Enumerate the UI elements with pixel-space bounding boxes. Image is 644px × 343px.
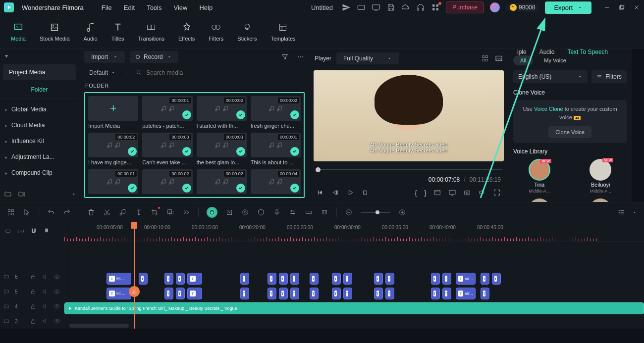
text-clip[interactable]: T <box>310 273 319 285</box>
text-clip[interactable]: T <box>279 288 288 299</box>
tts-tab[interactable]: iple <box>517 49 527 55</box>
language-dropdown[interactable]: English (US) <box>513 70 588 83</box>
fullscreen-icon[interactable] <box>493 189 501 196</box>
mark-in-icon[interactable]: { <box>415 189 417 197</box>
tab-audio[interactable]: Audio <box>84 22 98 42</box>
voice-item[interactable]: AmandaYoung En... <box>575 198 627 202</box>
list-view-icon[interactable] <box>617 208 625 216</box>
text-clip[interactable]: T <box>176 273 185 285</box>
filter-icon[interactable] <box>281 53 289 61</box>
chain-icon[interactable] <box>17 227 25 235</box>
record-dropdown[interactable]: Record <box>130 51 178 63</box>
text-clip[interactable]: T <box>385 273 394 285</box>
close-icon[interactable] <box>633 4 640 11</box>
track-row[interactable]: THi ...TTTTTTTTTTTTTTTTvir...TT <box>64 271 644 286</box>
tts-tab[interactable]: Text To Speech <box>567 49 608 55</box>
maximize-icon[interactable] <box>618 4 625 11</box>
tts-subtab[interactable]: My Voice <box>537 55 573 65</box>
menu-tools[interactable]: Tools <box>147 4 161 11</box>
zoom-in-icon[interactable] <box>398 208 406 216</box>
menu-file[interactable]: File <box>102 4 112 11</box>
project-media-item[interactable]: Project Media <box>3 64 76 80</box>
chevron-down-icon[interactable]: ▾ <box>5 52 8 59</box>
text-clip[interactable]: T <box>187 288 202 299</box>
text-clip[interactable]: T <box>332 288 341 299</box>
text-clip[interactable]: THi ... <box>107 273 131 285</box>
text-clip[interactable]: T <box>343 288 352 299</box>
marker-icon[interactable] <box>43 227 51 235</box>
link-icon[interactable] <box>4 227 12 235</box>
stop-icon[interactable] <box>361 189 369 196</box>
text-clip[interactable]: T <box>268 273 276 285</box>
text-clip[interactable]: T <box>240 273 249 285</box>
collapse-sidebar-icon[interactable]: ‹ <box>73 191 75 197</box>
text-clip[interactable]: T <box>492 273 501 285</box>
target-icon[interactable] <box>241 208 249 216</box>
text-clip[interactable]: T <box>442 288 451 299</box>
quality-dropdown[interactable]: Full Quality <box>336 52 399 64</box>
text-clip[interactable]: T <box>290 288 299 299</box>
playhead[interactable] <box>134 222 135 329</box>
media-tile[interactable]: 00:00:01 <box>88 169 138 194</box>
seek-bar[interactable] <box>316 165 502 174</box>
image-icon[interactable] <box>495 54 503 62</box>
menu-edit[interactable]: Edit <box>124 4 135 11</box>
undo-icon[interactable] <box>47 208 55 216</box>
text-clip[interactable]: T <box>310 288 319 299</box>
send-icon[interactable] <box>342 3 351 12</box>
magnet-icon[interactable] <box>30 227 38 235</box>
track-header[interactable]: 3 <box>0 314 64 329</box>
more-icon[interactable] <box>297 53 305 61</box>
aspect-icon[interactable] <box>321 208 328 216</box>
save-icon[interactable] <box>386 3 395 12</box>
tab-media[interactable]: Media <box>11 22 26 42</box>
play-icon[interactable] <box>346 189 354 196</box>
tab-titles[interactable]: Titles <box>111 22 124 42</box>
text-clip[interactable]: T <box>176 288 185 299</box>
track-header[interactable]: 5 <box>0 284 64 299</box>
text-clip[interactable]: T <box>139 273 148 285</box>
media-tile[interactable]: 00:00:02 <box>142 169 192 194</box>
text-clip[interactable]: T <box>164 273 173 285</box>
import-dropdown[interactable]: Import <box>84 51 125 63</box>
tab-transitions[interactable]: Transitions <box>138 22 164 42</box>
search-input[interactable] <box>146 69 301 76</box>
fit-icon[interactable] <box>305 208 313 216</box>
voice-clone-link[interactable]: Voice Clone <box>534 106 563 112</box>
delete-folder-icon[interactable] <box>18 190 26 198</box>
mark-out-icon[interactable]: } <box>424 189 427 197</box>
text-clip[interactable]: T <box>343 273 352 285</box>
media-tile[interactable]: 00:00:02I started with th... <box>197 96 247 129</box>
sidebar-item[interactable]: ▸Cloud Media <box>0 117 79 133</box>
cut-icon[interactable] <box>103 208 111 216</box>
screen-icon[interactable] <box>372 3 380 12</box>
cursor-icon[interactable] <box>23 208 31 216</box>
sort-dropdown[interactable]: Default <box>85 67 119 78</box>
tab-stickers[interactable]: Stickers <box>237 22 257 42</box>
text-clip[interactable]: T <box>431 288 440 299</box>
text-clip[interactable]: T <box>442 273 451 285</box>
media-tile[interactable]: 00:00:02I have my ginge... <box>88 133 138 165</box>
track-row[interactable]: THi ...TTTTTTTTTTTTTTTvir...T <box>64 286 644 301</box>
volume-icon[interactable] <box>478 189 486 196</box>
media-tile[interactable]: 00:00:02 <box>197 169 247 194</box>
clone-voice-button[interactable]: Clone Voice <box>548 126 591 138</box>
track-header[interactable]: 4 <box>0 299 64 314</box>
display-icon[interactable] <box>448 189 456 196</box>
media-tile[interactable]: 00:00:01patches - patch... <box>142 96 192 129</box>
tts-subtab[interactable]: All <box>513 55 533 65</box>
shield-icon[interactable] <box>257 208 265 216</box>
cloud-icon[interactable] <box>401 3 410 12</box>
prev-frame-icon[interactable] <box>317 189 324 196</box>
more-tools-icon[interactable] <box>182 208 190 216</box>
media-tile[interactable]: 00:00:03Can't even take ... <box>142 133 192 165</box>
tab-effects[interactable]: Effects <box>178 22 195 42</box>
text-clip[interactable]: T <box>481 288 489 299</box>
folder-selected[interactable]: Folder <box>0 81 79 98</box>
new-folder-icon[interactable] <box>4 190 12 198</box>
preview-video[interactable]: 4th Vogue Beauty Secrets video 4th Vogue… <box>314 70 504 161</box>
ai-assistant-icon[interactable] <box>207 207 217 218</box>
text-clip[interactable]: T <box>374 273 383 285</box>
text-clip[interactable]: T <box>481 273 489 285</box>
split-icon[interactable] <box>129 286 140 297</box>
